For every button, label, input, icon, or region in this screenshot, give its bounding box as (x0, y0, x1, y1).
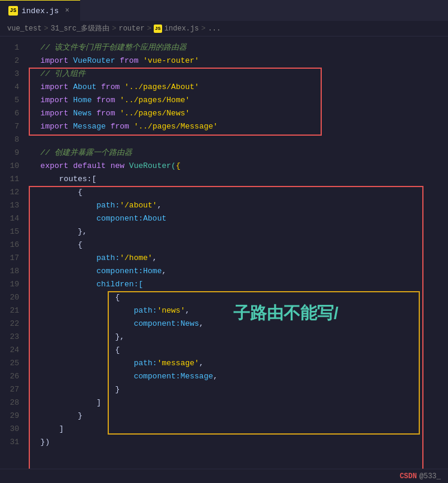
code-line-3: // 引入组件 (31, 68, 443, 81)
code-line-10: export default new VueRouter({ (31, 160, 443, 173)
breadcrumb-31src: 31_src_多级路由 (51, 23, 109, 33)
code-line-13: path:'/about', (31, 199, 443, 212)
tab-label: index.js (22, 7, 59, 16)
status-user: @533_ (419, 472, 441, 481)
code-line-21: path:'news', (31, 304, 443, 317)
breadcrumb-sep4: > (201, 25, 205, 33)
breadcrumb-sep2: > (112, 25, 116, 33)
code-line-4: import About from '../pages/About' (31, 81, 443, 94)
code-area: 1234567891011121314151617181920212223242… (0, 36, 448, 469)
breadcrumb-sep1: > (44, 25, 48, 33)
code-line-7: import Message from '../pages/Message' (31, 120, 443, 133)
breadcrumb-js-icon: JS (154, 25, 162, 33)
code-line-18: component:Home, (31, 265, 443, 278)
code-line-17: path:'/home', (31, 252, 443, 265)
breadcrumb: vue_test > 31_src_多级路由 > router > JS ind… (0, 21, 448, 36)
code-line-20: { (31, 291, 443, 304)
code-content: // 该文件专门用于创建整个应用的路由器 import VueRouter fr… (29, 36, 448, 469)
status-bar: CSDN @533_ (0, 469, 448, 483)
tab-bar: JS index.js × (0, 0, 448, 21)
breadcrumb-indexjs: index.js (164, 25, 199, 33)
code-line-14: component:About (31, 212, 443, 225)
code-line-27: } (31, 383, 443, 396)
code-line-23: }, (31, 331, 443, 344)
tab-index-js[interactable]: JS index.js × (0, 0, 80, 21)
code-line-12: { (31, 186, 443, 199)
line-numbers: 1234567891011121314151617181920212223242… (0, 36, 29, 469)
code-line-19: children:[ (31, 278, 443, 291)
code-line-6: import News from '../pages/News' (31, 107, 443, 120)
breadcrumb-router: router (118, 25, 144, 33)
code-line-30: ] (31, 423, 443, 436)
code-line-2: import VueRouter from 'vue-router' (31, 54, 443, 68)
close-icon[interactable]: × (62, 6, 72, 16)
code-line-28: ] (31, 396, 443, 409)
breadcrumb-ellipsis: ... (208, 25, 221, 33)
code-line-1: // 该文件专门用于创建整个应用的路由器 (31, 41, 443, 54)
code-line-22: component:News, (31, 317, 443, 331)
code-line-29: } (31, 409, 443, 423)
code-line-8 (31, 133, 443, 146)
code-line-31: }) (31, 436, 443, 449)
code-line-26: component:Message, (31, 370, 443, 383)
status-brand: CSDN (400, 472, 417, 481)
js-icon: JS (8, 6, 18, 16)
code-line-9: // 创建并暴露一个路由器 (31, 146, 443, 160)
code-line-25: path:'message', (31, 357, 443, 370)
breadcrumb-vue-test: vue_test (7, 25, 42, 33)
code-line-11: routes:[ (31, 173, 443, 186)
code-line-16: { (31, 239, 443, 252)
code-line-5: import Home from '../pages/Home' (31, 94, 443, 107)
code-line-15: }, (31, 225, 443, 239)
code-line-24: { (31, 344, 443, 357)
breadcrumb-sep3: > (147, 25, 151, 33)
